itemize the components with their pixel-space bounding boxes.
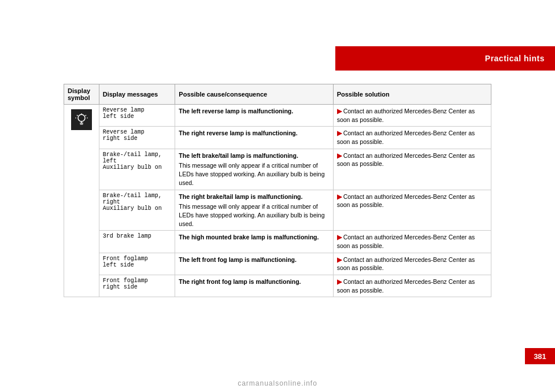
solution-arrow-icon: ▶ (337, 152, 342, 159)
bulb-warning-icon (71, 109, 92, 130)
display-messages-cell: 3rd brake lamp (99, 231, 175, 253)
solution-cell: ▶Contact an authorized Mercedes-Benz Cen… (333, 149, 491, 190)
table-row: Reverse lampright sideThe right reverse … (64, 127, 491, 149)
solution-arrow-icon: ▶ (337, 234, 342, 241)
solution-cell: ▶Contact an authorized Mercedes-Benz Cen… (333, 105, 491, 127)
page-title: Practical hints (485, 54, 545, 63)
diagnostic-table: Display symbol Display messages Possible… (64, 84, 491, 297)
display-messages-cell: Reverse lampright side (99, 127, 175, 149)
col-header-symbol: Display symbol (64, 84, 99, 105)
solution-arrow-icon: ▶ (337, 193, 342, 200)
solution-arrow-icon: ▶ (337, 278, 342, 285)
svg-line-6 (85, 115, 86, 116)
main-table-container: Display symbol Display messages Possible… (64, 84, 491, 297)
display-messages-cell: Front foglampleft side (99, 253, 175, 275)
bulb-svg (74, 112, 89, 127)
page-number: 381 (534, 352, 546, 361)
display-messages-cell: Brake-/tail lamp, leftAuxiliary bulb on (99, 149, 175, 190)
solution-arrow-icon: ▶ (337, 256, 342, 263)
display-messages-cell: Brake-/tail lamp, rightAuxiliary bulb on (99, 190, 175, 231)
symbol-cell (64, 105, 99, 297)
solution-cell: ▶Contact an authorized Mercedes-Benz Cen… (333, 231, 491, 253)
table-row: Reverse lampleft sideThe left reverse la… (64, 105, 491, 127)
cause-cell: The left brake/tail lamp is malfunctioni… (175, 149, 333, 190)
solution-arrow-icon: ▶ (337, 108, 342, 114)
solution-cell: ▶Contact an authorized Mercedes-Benz Cen… (333, 127, 491, 149)
cause-cell: The right brake/tail lamp is malfunction… (175, 190, 333, 231)
cause-cell: The right front fog lamp is malfunctioni… (175, 275, 333, 297)
col-header-cause: Possible cause/consequence (175, 84, 333, 105)
cause-cell: The high mounted brake lamp is malfuncti… (175, 231, 333, 253)
col-header-messages: Display messages (99, 84, 175, 105)
col-header-solution: Possible solution (333, 84, 491, 105)
solution-arrow-icon: ▶ (337, 130, 342, 136)
header-bar: Practical hints (335, 46, 555, 71)
display-messages-cell: Front foglampright side (99, 275, 175, 297)
cause-cell: The right reverse lamp is malfunctioning… (175, 127, 333, 149)
solution-cell: ▶Contact an authorized Mercedes-Benz Cen… (333, 275, 491, 297)
display-messages-cell: Reverse lampleft side (99, 105, 175, 127)
solution-cell: ▶Contact an authorized Mercedes-Benz Cen… (333, 253, 491, 275)
table-row: Front foglampleft sideThe left front fog… (64, 253, 491, 275)
cause-cell: The left reverse lamp is malfunctioning. (175, 105, 333, 127)
table-row: Front foglampright sideThe right front f… (64, 275, 491, 297)
cause-cell: The left front fog lamp is malfunctionin… (175, 253, 333, 275)
solution-cell: ▶Contact an authorized Mercedes-Benz Cen… (333, 190, 491, 231)
svg-point-0 (78, 114, 85, 121)
page-number-badge: 381 (525, 348, 555, 364)
table-row: Brake-/tail lamp, rightAuxiliary bulb on… (64, 190, 491, 231)
watermark: carmanualsonline.info (238, 379, 317, 387)
table-row: Brake-/tail lamp, leftAuxiliary bulb onT… (64, 149, 491, 190)
svg-line-5 (77, 115, 78, 116)
table-row: 3rd brake lampThe high mounted brake lam… (64, 231, 491, 253)
